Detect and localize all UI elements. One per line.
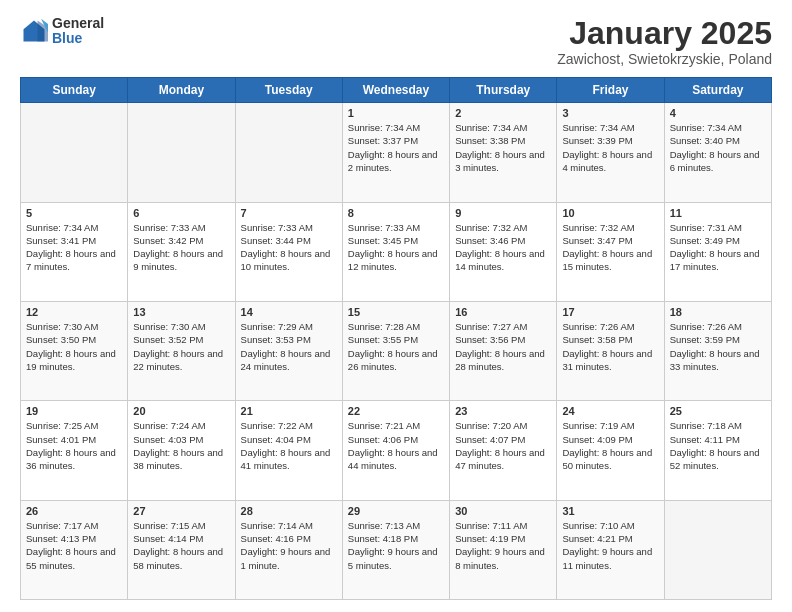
day-cell: 8Sunrise: 7:33 AM Sunset: 3:45 PM Daylig… <box>342 202 449 301</box>
day-number: 27 <box>133 505 229 517</box>
day-info: Sunrise: 7:17 AM Sunset: 4:13 PM Dayligh… <box>26 519 122 572</box>
day-info: Sunrise: 7:20 AM Sunset: 4:07 PM Dayligh… <box>455 419 551 472</box>
header-monday: Monday <box>128 78 235 103</box>
header-thursday: Thursday <box>450 78 557 103</box>
calendar-title: January 2025 <box>557 16 772 51</box>
day-info: Sunrise: 7:29 AM Sunset: 3:53 PM Dayligh… <box>241 320 337 373</box>
day-info: Sunrise: 7:31 AM Sunset: 3:49 PM Dayligh… <box>670 221 766 274</box>
day-number: 3 <box>562 107 658 119</box>
day-number: 30 <box>455 505 551 517</box>
day-cell: 21Sunrise: 7:22 AM Sunset: 4:04 PM Dayli… <box>235 401 342 500</box>
day-cell <box>128 103 235 202</box>
day-number: 16 <box>455 306 551 318</box>
page: General Blue January 2025 Zawichost, Swi… <box>0 0 792 612</box>
day-number: 10 <box>562 207 658 219</box>
day-info: Sunrise: 7:19 AM Sunset: 4:09 PM Dayligh… <box>562 419 658 472</box>
day-info: Sunrise: 7:34 AM Sunset: 3:40 PM Dayligh… <box>670 121 766 174</box>
day-info: Sunrise: 7:34 AM Sunset: 3:39 PM Dayligh… <box>562 121 658 174</box>
day-cell: 14Sunrise: 7:29 AM Sunset: 3:53 PM Dayli… <box>235 301 342 400</box>
day-cell: 16Sunrise: 7:27 AM Sunset: 3:56 PM Dayli… <box>450 301 557 400</box>
day-info: Sunrise: 7:32 AM Sunset: 3:47 PM Dayligh… <box>562 221 658 274</box>
day-info: Sunrise: 7:21 AM Sunset: 4:06 PM Dayligh… <box>348 419 444 472</box>
day-cell: 31Sunrise: 7:10 AM Sunset: 4:21 PM Dayli… <box>557 500 664 599</box>
week-row-1: 1Sunrise: 7:34 AM Sunset: 3:37 PM Daylig… <box>21 103 772 202</box>
day-cell: 23Sunrise: 7:20 AM Sunset: 4:07 PM Dayli… <box>450 401 557 500</box>
day-info: Sunrise: 7:34 AM Sunset: 3:38 PM Dayligh… <box>455 121 551 174</box>
day-number: 7 <box>241 207 337 219</box>
week-row-5: 26Sunrise: 7:17 AM Sunset: 4:13 PM Dayli… <box>21 500 772 599</box>
day-info: Sunrise: 7:26 AM Sunset: 3:58 PM Dayligh… <box>562 320 658 373</box>
header-row: Sunday Monday Tuesday Wednesday Thursday… <box>21 78 772 103</box>
calendar-subtitle: Zawichost, Swietokrzyskie, Poland <box>557 51 772 67</box>
day-cell: 26Sunrise: 7:17 AM Sunset: 4:13 PM Dayli… <box>21 500 128 599</box>
day-cell: 30Sunrise: 7:11 AM Sunset: 4:19 PM Dayli… <box>450 500 557 599</box>
day-cell: 12Sunrise: 7:30 AM Sunset: 3:50 PM Dayli… <box>21 301 128 400</box>
logo: General Blue <box>20 16 104 47</box>
day-info: Sunrise: 7:11 AM Sunset: 4:19 PM Dayligh… <box>455 519 551 572</box>
day-number: 8 <box>348 207 444 219</box>
day-number: 9 <box>455 207 551 219</box>
day-cell: 11Sunrise: 7:31 AM Sunset: 3:49 PM Dayli… <box>664 202 771 301</box>
day-info: Sunrise: 7:28 AM Sunset: 3:55 PM Dayligh… <box>348 320 444 373</box>
day-info: Sunrise: 7:26 AM Sunset: 3:59 PM Dayligh… <box>670 320 766 373</box>
day-number: 2 <box>455 107 551 119</box>
day-cell: 22Sunrise: 7:21 AM Sunset: 4:06 PM Dayli… <box>342 401 449 500</box>
day-info: Sunrise: 7:24 AM Sunset: 4:03 PM Dayligh… <box>133 419 229 472</box>
day-cell: 24Sunrise: 7:19 AM Sunset: 4:09 PM Dayli… <box>557 401 664 500</box>
day-info: Sunrise: 7:13 AM Sunset: 4:18 PM Dayligh… <box>348 519 444 572</box>
header: General Blue January 2025 Zawichost, Swi… <box>20 16 772 67</box>
day-info: Sunrise: 7:18 AM Sunset: 4:11 PM Dayligh… <box>670 419 766 472</box>
day-cell: 5Sunrise: 7:34 AM Sunset: 3:41 PM Daylig… <box>21 202 128 301</box>
day-info: Sunrise: 7:33 AM Sunset: 3:44 PM Dayligh… <box>241 221 337 274</box>
day-info: Sunrise: 7:34 AM Sunset: 3:37 PM Dayligh… <box>348 121 444 174</box>
day-number: 20 <box>133 405 229 417</box>
header-friday: Friday <box>557 78 664 103</box>
day-cell: 29Sunrise: 7:13 AM Sunset: 4:18 PM Dayli… <box>342 500 449 599</box>
day-number: 13 <box>133 306 229 318</box>
day-cell <box>664 500 771 599</box>
day-cell: 19Sunrise: 7:25 AM Sunset: 4:01 PM Dayli… <box>21 401 128 500</box>
day-number: 14 <box>241 306 337 318</box>
day-info: Sunrise: 7:30 AM Sunset: 3:50 PM Dayligh… <box>26 320 122 373</box>
day-number: 17 <box>562 306 658 318</box>
logo-icon <box>20 17 48 45</box>
day-cell: 3Sunrise: 7:34 AM Sunset: 3:39 PM Daylig… <box>557 103 664 202</box>
day-cell: 13Sunrise: 7:30 AM Sunset: 3:52 PM Dayli… <box>128 301 235 400</box>
day-number: 28 <box>241 505 337 517</box>
day-info: Sunrise: 7:15 AM Sunset: 4:14 PM Dayligh… <box>133 519 229 572</box>
day-number: 5 <box>26 207 122 219</box>
day-info: Sunrise: 7:30 AM Sunset: 3:52 PM Dayligh… <box>133 320 229 373</box>
day-number: 15 <box>348 306 444 318</box>
day-number: 24 <box>562 405 658 417</box>
day-info: Sunrise: 7:33 AM Sunset: 3:42 PM Dayligh… <box>133 221 229 274</box>
week-row-4: 19Sunrise: 7:25 AM Sunset: 4:01 PM Dayli… <box>21 401 772 500</box>
header-wednesday: Wednesday <box>342 78 449 103</box>
day-cell: 27Sunrise: 7:15 AM Sunset: 4:14 PM Dayli… <box>128 500 235 599</box>
day-cell: 6Sunrise: 7:33 AM Sunset: 3:42 PM Daylig… <box>128 202 235 301</box>
day-number: 22 <box>348 405 444 417</box>
day-cell: 7Sunrise: 7:33 AM Sunset: 3:44 PM Daylig… <box>235 202 342 301</box>
day-cell: 25Sunrise: 7:18 AM Sunset: 4:11 PM Dayli… <box>664 401 771 500</box>
calendar-table: Sunday Monday Tuesday Wednesday Thursday… <box>20 77 772 600</box>
day-cell <box>21 103 128 202</box>
day-cell: 28Sunrise: 7:14 AM Sunset: 4:16 PM Dayli… <box>235 500 342 599</box>
day-cell: 9Sunrise: 7:32 AM Sunset: 3:46 PM Daylig… <box>450 202 557 301</box>
day-number: 21 <box>241 405 337 417</box>
day-number: 25 <box>670 405 766 417</box>
day-cell: 17Sunrise: 7:26 AM Sunset: 3:58 PM Dayli… <box>557 301 664 400</box>
logo-general-text: General <box>52 16 104 31</box>
header-sunday: Sunday <box>21 78 128 103</box>
header-saturday: Saturday <box>664 78 771 103</box>
day-info: Sunrise: 7:10 AM Sunset: 4:21 PM Dayligh… <box>562 519 658 572</box>
day-number: 6 <box>133 207 229 219</box>
day-number: 23 <box>455 405 551 417</box>
day-number: 31 <box>562 505 658 517</box>
day-number: 19 <box>26 405 122 417</box>
title-block: January 2025 Zawichost, Swietokrzyskie, … <box>557 16 772 67</box>
day-number: 4 <box>670 107 766 119</box>
day-cell: 1Sunrise: 7:34 AM Sunset: 3:37 PM Daylig… <box>342 103 449 202</box>
day-number: 26 <box>26 505 122 517</box>
logo-text: General Blue <box>52 16 104 47</box>
week-row-3: 12Sunrise: 7:30 AM Sunset: 3:50 PM Dayli… <box>21 301 772 400</box>
day-info: Sunrise: 7:27 AM Sunset: 3:56 PM Dayligh… <box>455 320 551 373</box>
